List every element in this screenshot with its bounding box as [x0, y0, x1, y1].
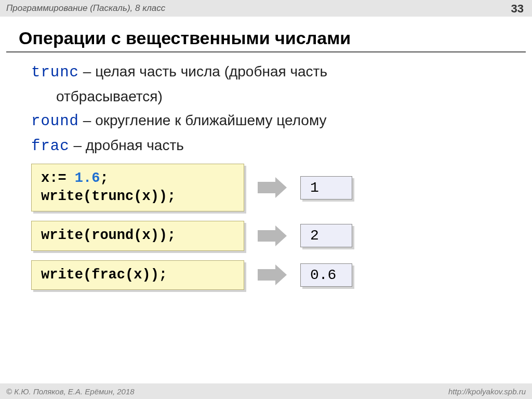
definition-round: round – округление к ближайшему целому — [27, 111, 505, 131]
result-box: 1 — [300, 176, 352, 200]
code-pre: x:= — [41, 170, 75, 186]
keyword-frac: frac — [31, 138, 70, 155]
code-post: write(frac(x)); — [41, 267, 167, 283]
result-box: 2 — [300, 224, 352, 247]
footer-copyright: © К.Ю. Поляков, Е.А. Ерёмин, 2018 — [6, 387, 135, 396]
code-box-frac: write(frac(x)); — [31, 260, 244, 290]
page-title: Операции с вещественными числами — [19, 28, 532, 48]
code-box-trunc: x:= 1.6; write(trunc(x)); — [31, 164, 244, 211]
definition-text: – дробная часть — [70, 137, 184, 153]
definition-frac: frac – дробная часть — [27, 136, 505, 156]
definition-text: – целая часть числа (дробная часть — [79, 63, 327, 79]
code-box-round: write(round(x)); — [31, 221, 244, 250]
code-post: write(round(x)); — [41, 228, 176, 243]
definition-text: – округление к ближайшему целому — [79, 112, 326, 128]
footer-url: http://kpolyakov.spb.ru — [448, 387, 526, 396]
definition-trunc: trunc – целая часть числа (дробная часть — [27, 62, 505, 83]
result-box: 0.6 — [300, 263, 352, 287]
footer-bar: © К.Ю. Поляков, Е.А. Ерёмин, 2018 http:/… — [0, 383, 532, 399]
keyword-trunc: trunc — [31, 64, 79, 81]
content-area: trunc – целая часть числа (дробная часть… — [0, 62, 532, 290]
title-underline — [6, 51, 526, 52]
example-row: write(round(x)); 2 — [31, 221, 505, 250]
example-row: write(frac(x)); 0.6 — [31, 260, 505, 290]
header-bar: Программирование (Паскаль), 8 класс 33 — [0, 0, 532, 17]
code-literal: 1.6 — [75, 170, 100, 186]
examples-container: x:= 1.6; write(trunc(x)); 1 write(round(… — [31, 164, 505, 289]
page-number: 33 — [511, 2, 524, 16]
definition-trunc-line2: отбрасывается) — [27, 87, 505, 107]
keyword-round: round — [31, 113, 79, 130]
example-row: x:= 1.6; write(trunc(x)); 1 — [31, 164, 505, 211]
header-title: Программирование (Паскаль), 8 класс — [6, 3, 165, 14]
